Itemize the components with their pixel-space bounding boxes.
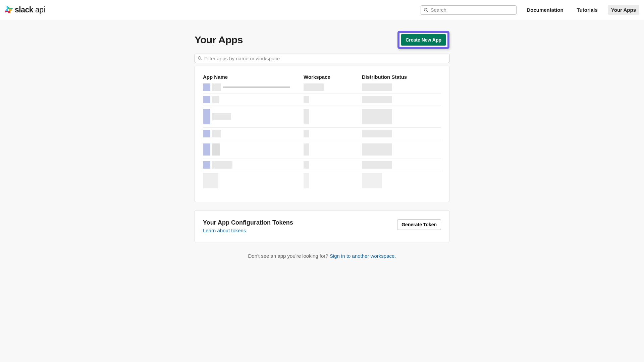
nav-documentation[interactable]: Documentation bbox=[523, 5, 567, 15]
slack-logo-icon bbox=[5, 6, 13, 14]
table-header: App Name Workspace Distribution Status bbox=[203, 74, 441, 81]
svg-point-2 bbox=[198, 57, 201, 59]
filter-box[interactable] bbox=[195, 54, 449, 63]
title-row: Your Apps Create New App bbox=[195, 31, 449, 49]
table-row[interactable] bbox=[203, 140, 441, 159]
sign-in-another-workspace-link[interactable]: Sign in to another workspace. bbox=[330, 253, 396, 259]
redacted-app-list bbox=[203, 81, 441, 197]
tokens-card: Your App Configuration Tokens Learn abou… bbox=[195, 210, 449, 242]
footer-text: Don't see an app you're looking for? Sig… bbox=[195, 253, 449, 259]
nav-tutorials[interactable]: Tutorials bbox=[574, 5, 601, 15]
nav-your-apps[interactable]: Your Apps bbox=[608, 5, 639, 15]
learn-about-tokens-link[interactable]: Learn about tokens bbox=[203, 228, 293, 233]
svg-line-1 bbox=[427, 10, 428, 12]
table-row[interactable] bbox=[203, 81, 441, 94]
search-box[interactable] bbox=[421, 5, 517, 15]
search-input[interactable] bbox=[430, 7, 514, 13]
col-header-workspace: Workspace bbox=[304, 74, 362, 80]
logo-text-bold: slack bbox=[15, 5, 33, 14]
header-right: Documentation Tutorials Your Apps bbox=[421, 5, 639, 15]
content-container: Your Apps Create New App App Name Worksp… bbox=[195, 31, 449, 259]
filter-search-icon bbox=[198, 56, 202, 61]
table-row[interactable] bbox=[203, 94, 441, 106]
svg-line-3 bbox=[201, 59, 202, 60]
generate-token-button[interactable]: Generate Token bbox=[397, 219, 441, 230]
footer-text-static: Don't see an app you're looking for? bbox=[248, 253, 329, 259]
col-header-distribution: Distribution Status bbox=[362, 74, 441, 80]
col-header-app-name: App Name bbox=[203, 74, 304, 80]
search-icon bbox=[424, 8, 428, 12]
top-header: slack api Documentation Tutorials Your A… bbox=[0, 0, 644, 20]
page-title: Your Apps bbox=[195, 34, 243, 46]
tokens-text-group: Your App Configuration Tokens Learn abou… bbox=[203, 219, 293, 233]
filter-input[interactable] bbox=[204, 56, 446, 61]
table-row[interactable] bbox=[203, 171, 441, 190]
table-row[interactable] bbox=[203, 106, 441, 128]
create-button-highlight: Create New App bbox=[397, 31, 449, 49]
table-row[interactable] bbox=[203, 159, 441, 171]
svg-point-0 bbox=[424, 8, 427, 11]
tokens-title: Your App Configuration Tokens bbox=[203, 219, 293, 226]
main-area: Your Apps Create New App App Name Worksp… bbox=[0, 20, 644, 362]
logo-group[interactable]: slack api bbox=[5, 5, 45, 14]
logo-text: slack api bbox=[15, 5, 45, 14]
table-row[interactable] bbox=[203, 128, 441, 140]
create-new-app-button[interactable]: Create New App bbox=[401, 34, 446, 46]
logo-text-light: api bbox=[33, 5, 45, 14]
apps-table-card: App Name Workspace Distribution Status bbox=[195, 66, 449, 202]
